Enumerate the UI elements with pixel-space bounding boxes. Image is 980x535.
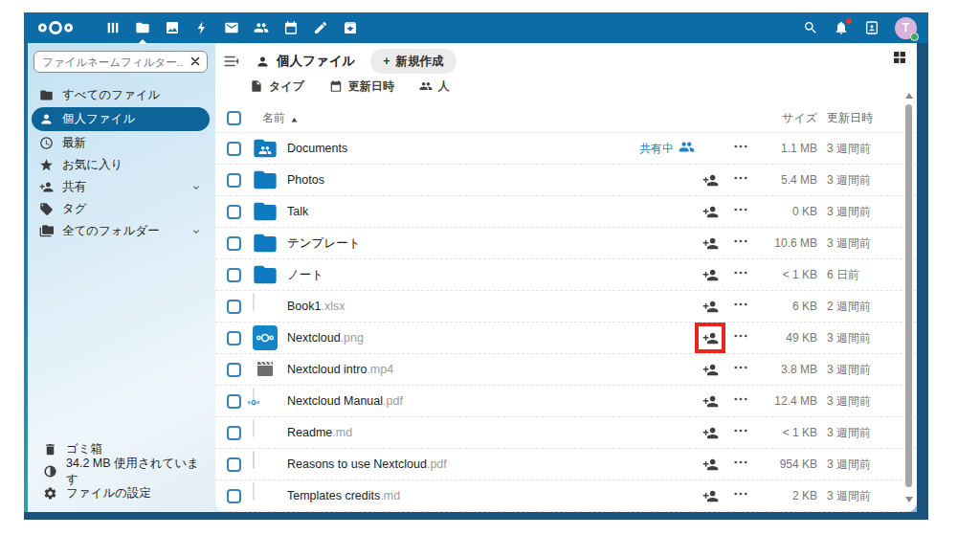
close-navigation-icon[interactable] xyxy=(223,53,240,70)
file-name[interactable]: ノート xyxy=(287,267,637,283)
actions-menu-button[interactable] xyxy=(732,138,753,159)
share-status[interactable]: 共有中 xyxy=(637,139,695,158)
app-dashboard-bars-icon[interactable] xyxy=(104,20,121,36)
file-name[interactable]: Nextcloud Manual.pdf xyxy=(287,394,637,408)
actions-menu-button[interactable] xyxy=(732,201,753,222)
scroll-up-arrow[interactable] xyxy=(905,93,913,99)
scroll-down-arrow[interactable] xyxy=(905,497,913,502)
grid-view-toggle-icon[interactable] xyxy=(892,50,907,65)
row-checkbox[interactable] xyxy=(227,394,241,409)
user-avatar[interactable]: T xyxy=(895,17,917,39)
table-row[interactable]: Readme.md< 1 KB3 週間前 xyxy=(215,417,917,449)
app-deck-archive-icon[interactable] xyxy=(342,20,358,36)
table-row[interactable]: Nextcloud intro.mp43.8 MB3 週間前 xyxy=(215,354,917,386)
bell-icon[interactable] xyxy=(834,20,850,36)
row-checkbox[interactable] xyxy=(227,426,241,440)
sidebar-item-6[interactable]: 全てのフォルダー xyxy=(32,220,210,242)
sidebar-item-1[interactable]: 個人ファイル xyxy=(32,107,210,131)
share-button[interactable] xyxy=(700,454,721,475)
sidebar-item-0[interactable]: すべてのファイル xyxy=(32,84,210,106)
file-name[interactable]: Book1.xlsx xyxy=(287,300,637,313)
badge-icon[interactable] xyxy=(864,20,880,36)
app-activity-bolt-icon[interactable] xyxy=(193,20,210,36)
actions-menu-button[interactable] xyxy=(732,390,753,412)
share-button[interactable] xyxy=(700,359,721,380)
table-row[interactable]: Talk0 KB3 週間前 xyxy=(215,196,917,228)
sidebar-item-4[interactable]: 共有 xyxy=(32,176,210,198)
share-button[interactable] xyxy=(700,485,721,506)
nextcloud-logo[interactable] xyxy=(35,17,76,38)
actions-menu-button[interactable] xyxy=(732,327,753,348)
share-button-annotated[interactable] xyxy=(700,327,721,348)
share-button[interactable] xyxy=(700,233,721,254)
row-checkbox[interactable] xyxy=(227,331,241,346)
row-checkbox[interactable] xyxy=(227,300,241,314)
table-row[interactable]: Photos5.4 MB3 週間前 xyxy=(215,165,917,196)
filter-chip-2[interactable]: 人 xyxy=(419,78,450,95)
file-name[interactable]: Nextcloud intro.mp4 xyxy=(287,363,637,376)
sidebar-item-2[interactable]: 最新 xyxy=(32,132,210,154)
app-contacts-people-icon[interactable] xyxy=(253,20,269,36)
share-button[interactable] xyxy=(700,390,721,412)
file-name[interactable]: Readme.md xyxy=(287,426,637,439)
table-row[interactable]: Nextcloud Manual.pdf12.4 MB3 週間前 xyxy=(215,386,917,417)
sidebar-bottom-item-1[interactable]: 34.2 MB 使用されています xyxy=(35,460,210,482)
actions-menu-button[interactable] xyxy=(732,359,753,380)
row-checkbox[interactable] xyxy=(227,268,241,282)
row-checkbox[interactable] xyxy=(227,489,241,503)
share-button[interactable] xyxy=(700,201,721,222)
row-checkbox[interactable] xyxy=(227,236,241,251)
file-name[interactable]: テンプレート xyxy=(287,235,637,252)
app-calendar-calendar-icon[interactable] xyxy=(282,20,299,36)
file-name[interactable]: Talk xyxy=(287,205,637,218)
sidebar-item-3[interactable]: お気に入り xyxy=(32,154,210,176)
filename-filter-input[interactable] xyxy=(33,51,208,73)
actions-menu-button[interactable] xyxy=(732,296,753,317)
row-checkbox[interactable] xyxy=(227,173,241,188)
share-button[interactable] xyxy=(700,264,721,285)
select-all-checkbox[interactable] xyxy=(227,111,241,125)
table-row[interactable]: Book1.xlsx6 KB2 週間前 xyxy=(215,291,917,323)
app-notes-pencil-icon[interactable] xyxy=(312,20,328,36)
file-name[interactable]: Nextcloud.png xyxy=(287,331,637,345)
app-photos-image-icon[interactable] xyxy=(164,20,180,36)
column-header-modified[interactable]: 更新日時 xyxy=(827,110,888,126)
chevron-down-icon[interactable] xyxy=(190,226,202,237)
column-header-size[interactable]: サイズ xyxy=(695,110,817,126)
filter-chip-1[interactable]: 更新日時 xyxy=(329,78,394,95)
file-name[interactable]: Reasons to use Nextcloud.pdf xyxy=(287,457,637,471)
actions-menu-button[interactable] xyxy=(732,233,753,254)
share-button[interactable] xyxy=(700,296,721,317)
table-row[interactable]: Documents共有中1.1 MB3 週間前 xyxy=(215,133,917,165)
scrollbar-thumb[interactable] xyxy=(905,104,912,487)
actions-menu-button[interactable] xyxy=(732,169,753,190)
app-mail-mail-icon[interactable] xyxy=(223,20,239,36)
table-row[interactable]: Reasons to use Nextcloud.pdf954 KB3 週間前 xyxy=(215,449,917,480)
new-file-button[interactable]: + 新規作成 xyxy=(370,49,456,74)
sidebar-item-5[interactable]: タグ xyxy=(32,198,210,220)
actions-menu-button[interactable] xyxy=(732,485,753,506)
actions-menu-button[interactable] xyxy=(732,422,753,443)
app-files-folder-icon[interactable] xyxy=(134,20,150,36)
file-name[interactable]: Photos xyxy=(287,173,637,187)
row-checkbox[interactable] xyxy=(227,205,241,219)
table-row[interactable]: ノート< 1 KB6 日前 xyxy=(215,259,917,291)
row-checkbox[interactable] xyxy=(227,142,241,156)
table-row[interactable]: Nextcloud.png49 KB3 週間前 xyxy=(215,323,917,354)
file-name[interactable]: Documents xyxy=(287,142,637,155)
row-checkbox[interactable] xyxy=(227,363,241,377)
file-name[interactable]: Templates credits.md xyxy=(287,489,637,502)
share-button[interactable] xyxy=(700,169,721,190)
table-row[interactable]: テンプレート10.6 MB3 週間前 xyxy=(215,228,917,259)
chevron-down-icon[interactable] xyxy=(190,182,202,193)
breadcrumb[interactable]: 個人ファイル xyxy=(256,53,355,70)
clear-filter-icon[interactable] xyxy=(189,55,202,68)
table-row[interactable]: Templates credits.md2 KB3 週間前 xyxy=(215,480,917,512)
filter-chip-0[interactable]: タイプ xyxy=(250,78,304,95)
search-icon[interactable] xyxy=(803,20,819,36)
actions-menu-button[interactable] xyxy=(732,454,753,475)
column-header-name[interactable]: 名前 xyxy=(262,110,299,126)
actions-menu-button[interactable] xyxy=(732,264,753,285)
share-button[interactable] xyxy=(700,422,721,443)
row-checkbox[interactable] xyxy=(227,457,241,472)
